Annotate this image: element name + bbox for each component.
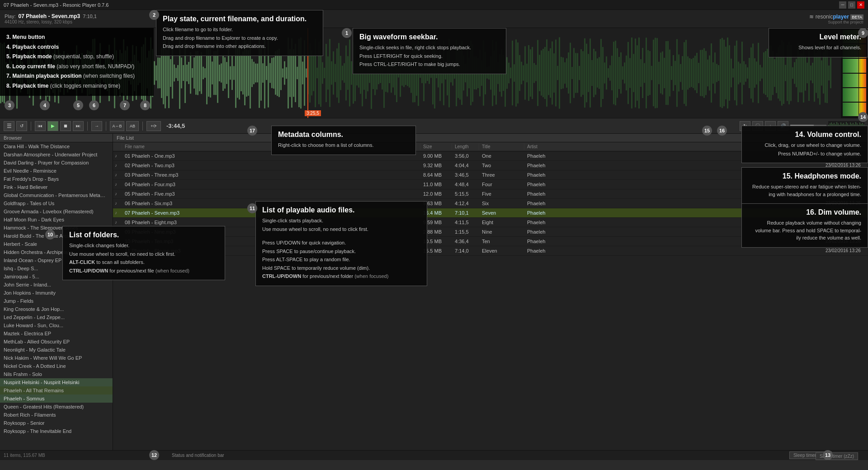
- browser-item[interactable]: Jump - Fields: [0, 297, 113, 305]
- tag-button[interactable]: AB: [126, 121, 139, 131]
- svg-rect-97: [174, 65, 175, 82]
- svg-rect-325: [586, 44, 587, 103]
- file-name-cell: 02 Phaeleh - Two.mp3: [122, 162, 420, 169]
- browser-item[interactable]: Luke Howard - Sun, Clou...: [0, 321, 113, 329]
- browser-item[interactable]: MethLab - Allied Obscurity EP: [0, 338, 113, 346]
- browser-item[interactable]: Global Communication - Pentamerous Metam…: [0, 191, 113, 199]
- separator-1: [31, 122, 31, 131]
- svg-rect-368: [664, 58, 665, 88]
- svg-rect-323: [582, 51, 584, 94]
- browser-item[interactable]: Nickel Creek - A Dotted Line: [0, 362, 113, 370]
- now-playing-filename[interactable]: 07 Phaeleh - Seven.mp3: [18, 13, 80, 19]
- tooltip-11: List of playable audio files. Single-cli…: [255, 201, 427, 286]
- file-title-cell: Eight: [479, 219, 524, 226]
- ann-8: 8. Playback time (click toggles remainin…: [6, 81, 147, 91]
- svg-rect-135: [242, 52, 244, 94]
- tooltip-2-line1: Click filename to go to its folder.: [163, 26, 316, 33]
- items-info: 11 items, 115.67 MB: [4, 453, 45, 458]
- loop-button[interactable]: ↺: [16, 121, 27, 131]
- time-display[interactable]: -3:44,5: [166, 122, 185, 129]
- browser-item[interactable]: Led Zeppelin - Led Zeppe...: [0, 313, 113, 321]
- svg-rect-288: [519, 55, 520, 91]
- tooltip-1-line3: Press CTRL-LEFT/RIGHT to make big jumps.: [359, 61, 500, 68]
- browser-item[interactable]: John Serrie - Inland...: [0, 281, 113, 289]
- svg-rect-173: [311, 51, 312, 96]
- svg-rect-112: [201, 52, 202, 94]
- browser-item[interactable]: Phaeleh - All That Remains: [0, 386, 113, 395]
- svg-rect-360: [649, 51, 651, 95]
- browser-item[interactable]: David Darling - Prayer for Compassion: [0, 159, 113, 167]
- browser-item[interactable]: Goldfrapp - Tales of Us: [0, 199, 113, 207]
- browser-item[interactable]: Half Moon Run - Dark Eyes: [0, 216, 113, 224]
- col-title[interactable]: Title: [479, 143, 524, 150]
- menu-button[interactable]: ☰: [4, 121, 14, 131]
- tooltip-17: Metadata columns. Right-click to choose …: [271, 126, 416, 155]
- browser-item[interactable]: Queen - Greatest Hits (Remastered): [0, 403, 113, 411]
- file-length-cell: 3:56,0: [452, 152, 479, 160]
- svg-rect-389: [702, 50, 703, 96]
- file-icon: ♪: [113, 190, 122, 197]
- svg-rect-180: [324, 68, 325, 78]
- browser-item[interactable]: Nils Frahm - Solo: [0, 370, 113, 378]
- browser-item[interactable]: Clara Hill - Walk The Distance: [0, 142, 113, 150]
- svg-rect-402: [725, 47, 726, 99]
- svg-rect-189: [340, 56, 341, 90]
- svg-rect-352: [635, 38, 636, 107]
- file-title-cell: Four: [479, 181, 524, 188]
- col-size[interactable]: Size: [420, 143, 452, 150]
- browser-item[interactable]: Neonlight - My Galactic Tale: [0, 346, 113, 354]
- browser-item[interactable]: Nick Hakim - Where Will We Go EP: [0, 354, 113, 362]
- svg-rect-401: [723, 40, 725, 106]
- maximize-button[interactable]: □: [848, 1, 855, 9]
- play-button[interactable]: ▶: [47, 121, 58, 131]
- file-icon: ♪: [113, 171, 122, 179]
- browser-item[interactable]: Maztek - Electrica EP: [0, 329, 113, 338]
- svg-rect-183: [329, 39, 330, 107]
- svg-rect-182: [327, 56, 329, 89]
- svg-rect-155: [278, 49, 280, 97]
- svg-rect-304: [548, 51, 549, 95]
- file-length-cell: 7:14,0: [452, 247, 479, 254]
- tooltip-2: Play state, current filename, and durati…: [156, 10, 323, 56]
- browser-item[interactable]: Royksopp - The Inevitable End: [0, 427, 113, 435]
- browser-list[interactable]: Clara Hill - Walk The DistanceDarshan At…: [0, 142, 113, 450]
- tooltip-14-line1: Click, drag, or use wheel to change volu…: [748, 141, 861, 149]
- svg-rect-119: [213, 51, 215, 95]
- browser-item[interactable]: Nuspirit Helsinki - Nuspirit Helsinki: [0, 378, 113, 386]
- close-button[interactable]: ✕: [857, 1, 864, 9]
- next-button[interactable]: ⏭: [73, 121, 84, 131]
- mode-button[interactable]: →: [91, 121, 102, 131]
- titlebar-controls[interactable]: ─ □ ✕: [839, 1, 864, 9]
- add-button[interactable]: +⟳: [146, 121, 161, 131]
- browser-item[interactable]: Evil Needle - Reminisce: [0, 167, 113, 175]
- svg-rect-123: [221, 63, 222, 82]
- tooltip-16-line1: Reduce playback volume without changingv…: [748, 219, 861, 242]
- col-length[interactable]: Length: [452, 143, 479, 150]
- browser-item[interactable]: Jon Hopkins - Immunity: [0, 289, 113, 297]
- svg-rect-105: [188, 62, 189, 84]
- svg-rect-403: [727, 38, 728, 108]
- svg-rect-378: [682, 56, 683, 90]
- browser-item[interactable]: Groove Armada - Lovebox (Remastered): [0, 207, 113, 216]
- tooltip-10: List of folders. Single-click changes fo…: [62, 226, 225, 280]
- table-row[interactable]: ♪ 11 Phaeleh - Eleven.mp3 15.5 MB 7:14,0…: [113, 246, 868, 256]
- svg-rect-87: [156, 66, 157, 80]
- minimize-button[interactable]: ─: [839, 1, 846, 9]
- browser-item[interactable]: Phaeleh - Somnus: [0, 395, 113, 403]
- browser-item[interactable]: Darshan Atmosphere - Underwater Project: [0, 150, 113, 159]
- ab-button[interactable]: A↔B: [110, 121, 124, 131]
- stop-button[interactable]: ⏹: [60, 121, 71, 131]
- browser-item[interactable]: Robert Rich - Filaments: [0, 411, 113, 419]
- svg-rect-327: [590, 38, 591, 107]
- sleep-timer-label[interactable]: Sleep timer (zZz): [816, 452, 858, 460]
- svg-rect-298: [537, 40, 538, 106]
- browser-item[interactable]: Fat Freddy's Drop - Bays: [0, 175, 113, 183]
- browser-item[interactable]: King Creosote & Jon Hop...: [0, 305, 113, 313]
- svg-rect-390: [703, 48, 705, 98]
- svg-rect-337: [608, 68, 609, 78]
- browser-item[interactable]: Royksopp - Senior: [0, 419, 113, 427]
- browser-item[interactable]: Fink - Hard Believer: [0, 183, 113, 191]
- file-title-cell: Three: [479, 171, 524, 179]
- prev-button[interactable]: ⏮: [35, 121, 46, 131]
- svg-rect-340: [613, 42, 614, 104]
